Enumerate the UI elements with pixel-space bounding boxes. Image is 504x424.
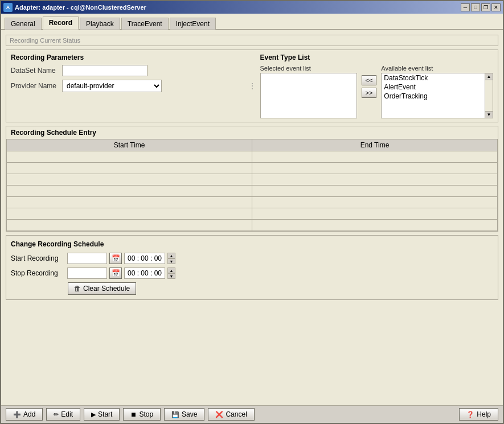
table-row <box>7 186 498 197</box>
recording-status-bar: Recording Current Status <box>6 35 498 46</box>
top-section-columns: Recording Parameters DataSet Name Provid… <box>11 53 493 118</box>
tab-playback[interactable]: Playback <box>80 18 120 30</box>
bottom-bar: ➕ Add ✏ Edit ▶ Start ⏹ Stop 💾 Save ❌ Can… <box>1 405 503 423</box>
minimize-button[interactable]: ─ <box>461 3 470 11</box>
start-cell <box>7 208 252 220</box>
help-label: Help <box>477 410 491 418</box>
tabs-bar: General Record Playback TraceEvent Injec… <box>1 14 503 30</box>
stop-time-spinner: ▲ ▼ <box>167 267 175 279</box>
start-time-down-btn[interactable]: ▼ <box>167 258 175 264</box>
tab-general[interactable]: General <box>5 18 42 30</box>
tab-traceevent[interactable]: TraceEvent <box>121 18 169 30</box>
start-date-input[interactable] <box>67 253 107 264</box>
clear-icon: 🗑 <box>74 285 81 293</box>
title-bar: A Adapter: adapter - cql@NonClusteredSer… <box>1 1 503 14</box>
selected-event-column: Selected event list <box>260 65 357 118</box>
add-icon: ➕ <box>13 411 21 418</box>
list-item[interactable]: OrderTracking <box>382 92 485 101</box>
table-row <box>7 197 498 208</box>
stop-date-input[interactable] <box>67 267 107 279</box>
title-bar-left: A Adapter: adapter - cql@NonClusteredSer… <box>3 3 146 12</box>
dataset-label: DataSet Name <box>11 67 62 75</box>
available-label: Available event list <box>381 65 493 72</box>
end-cell <box>252 151 498 163</box>
scroll-down-btn[interactable]: ▼ <box>485 111 493 118</box>
list-item[interactable]: AlertEvent <box>382 83 485 92</box>
col-start-time: Start Time <box>7 139 252 151</box>
add-button[interactable]: ➕ Add <box>6 408 43 421</box>
start-time-spinner: ▲ ▼ <box>167 253 175 264</box>
provider-row: Provider Name default-provider provider1… <box>11 80 244 92</box>
restore-button[interactable]: ❐ <box>481 3 490 11</box>
available-scrollbar[interactable]: ▲ ▼ <box>485 73 493 118</box>
close-button[interactable]: ✕ <box>491 3 501 11</box>
stop-icon: ⏹ <box>130 411 137 418</box>
main-content: Recording Current Status Recording Param… <box>1 30 503 405</box>
available-listbox-inner: DataStockTick AlertEvent OrderTracking <box>382 73 485 118</box>
start-recording-row: Start Recording 📅 ▲ ▼ <box>11 253 493 264</box>
stop-recording-label: Stop Recording <box>11 269 65 277</box>
save-button[interactable]: 💾 Save <box>164 408 204 421</box>
stop-time-up-btn[interactable]: ▲ <box>167 267 175 273</box>
provider-select[interactable]: default-provider provider1 provider2 <box>62 80 162 92</box>
schedule-title: Recording Schedule Entry <box>6 126 498 139</box>
start-cell <box>7 163 252 174</box>
add-label: Add <box>23 410 35 418</box>
cancel-label: Cancel <box>226 410 247 418</box>
selected-listbox[interactable] <box>260 73 357 118</box>
start-time-input[interactable] <box>124 253 165 264</box>
edit-button[interactable]: ✏ Edit <box>46 408 80 421</box>
provider-label: Provider Name <box>11 82 62 90</box>
dataset-input[interactable] <box>62 65 147 76</box>
recording-status-label: Recording Current Status <box>10 37 80 44</box>
start-cell <box>7 186 252 197</box>
app-icon: A <box>3 3 13 12</box>
start-time-up-btn[interactable]: ▲ <box>167 253 175 258</box>
available-listbox-container[interactable]: DataStockTick AlertEvent OrderTracking ▲… <box>381 73 493 118</box>
transfer-buttons: << >> <box>362 75 377 98</box>
help-button[interactable]: ❓ Help <box>459 408 498 421</box>
scroll-up-btn[interactable]: ▲ <box>485 73 493 80</box>
edit-icon: ✏ <box>54 411 59 418</box>
start-calendar-button[interactable]: 📅 <box>109 253 122 264</box>
schedule-section: Recording Schedule Entry Start Time End … <box>6 126 498 232</box>
start-cell <box>7 174 252 186</box>
cancel-button[interactable]: ❌ Cancel <box>208 408 254 421</box>
end-cell <box>252 186 498 197</box>
change-recording-section: Change Recording Schedule Start Recordin… <box>6 235 498 300</box>
cancel-icon: ❌ <box>215 411 223 418</box>
scroll-track <box>485 80 493 111</box>
stop-time-down-btn[interactable]: ▼ <box>167 273 175 279</box>
divider-handle: ⋮ <box>250 53 255 118</box>
end-cell <box>252 174 498 186</box>
start-button[interactable]: ▶ Start <box>84 408 120 421</box>
stop-button[interactable]: ⏹ Stop <box>123 408 161 421</box>
end-cell <box>252 163 498 174</box>
tab-record[interactable]: Record <box>43 17 79 30</box>
stop-calendar-button[interactable]: 📅 <box>109 267 122 279</box>
maximize-button[interactable]: □ <box>471 3 480 11</box>
event-type-section: Event Type List Selected event list << >… <box>260 53 494 118</box>
main-window: A Adapter: adapter - cql@NonClusteredSer… <box>0 0 504 424</box>
list-item[interactable]: DataStockTick <box>382 73 485 83</box>
start-cell <box>7 197 252 208</box>
tab-injectevent[interactable]: InjectEvent <box>170 18 216 30</box>
end-cell <box>252 197 498 208</box>
help-icon: ❓ <box>466 411 474 418</box>
end-cell <box>252 220 498 231</box>
available-event-column: Available event list DataStockTick Alert… <box>381 65 493 118</box>
start-cell <box>7 220 252 231</box>
change-title: Change Recording Schedule <box>11 240 493 248</box>
transfer-left-button[interactable]: << <box>362 75 377 85</box>
start-label: Start <box>98 410 112 418</box>
recording-params-panel: Recording Parameters DataSet Name Provid… <box>11 53 244 118</box>
transfer-right-button[interactable]: >> <box>362 88 377 98</box>
table-row <box>7 208 498 220</box>
table-row <box>7 151 498 163</box>
stop-time-input[interactable] <box>124 267 165 279</box>
start-icon: ▶ <box>91 411 96 418</box>
clear-schedule-button[interactable]: 🗑 Clear Schedule <box>68 282 136 295</box>
save-icon: 💾 <box>171 411 179 418</box>
window-title: Adapter: adapter - cql@NonClusteredServe… <box>15 4 146 11</box>
event-type-title: Event Type List <box>260 53 494 61</box>
